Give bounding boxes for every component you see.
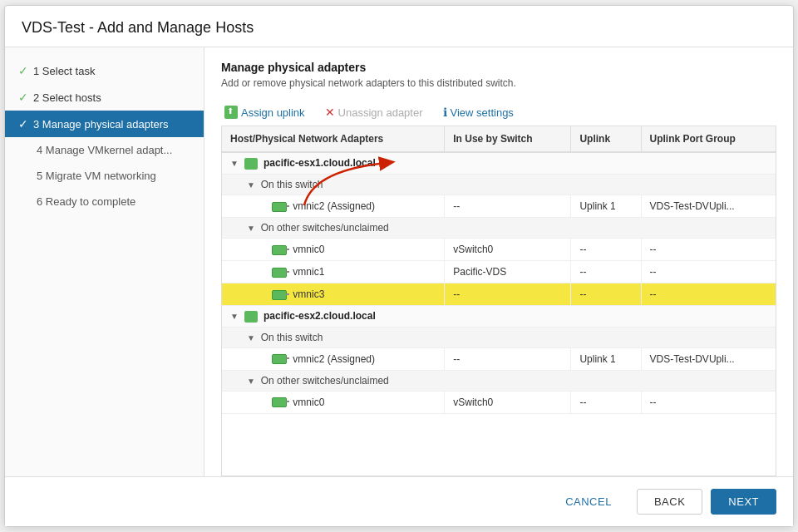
- table-row[interactable]: vmnic1Pacific-VDS----: [222, 260, 776, 283]
- col-header-adapter: Host/Physical Network Adapters: [222, 126, 445, 152]
- check-icon: ✓: [18, 117, 28, 131]
- table-row[interactable]: vmnic0vSwitch0----: [222, 238, 776, 260]
- table-cell: VDS-Test-DVUpli...: [641, 195, 776, 217]
- sub-group-header-cell: ▼ On other switches/unclaimed: [222, 370, 776, 391]
- table-cell: --: [641, 283, 776, 305]
- group-header-cell: ▼ pacific-esx2.cloud.local: [222, 305, 776, 327]
- table-row[interactable]: vmnic2 (Assigned)--Uplink 1VDS-Test-DVUp…: [222, 347, 776, 370]
- table-row[interactable]: vmnic2 (Assigned)--Uplink 1VDS-Test-DVUp…: [222, 195, 776, 217]
- table-cell: Uplink 1: [571, 347, 641, 370]
- nic-icon: [272, 268, 287, 278]
- dialog-footer: CANCEL BACK NEXT: [5, 476, 793, 526]
- table-row: ▼ On other switches/unclaimed: [222, 217, 776, 238]
- view-settings-button[interactable]: ℹ View settings: [440, 104, 517, 121]
- table-cell: --: [571, 391, 641, 413]
- table-cell: vmnic0: [222, 391, 445, 413]
- col-header-uplink: Uplink: [571, 126, 641, 152]
- host-icon: [244, 311, 258, 323]
- main-content: Manage physical adapters Add or remove p…: [204, 47, 793, 476]
- section-title: Manage physical adapters: [221, 61, 776, 74]
- sidebar-item-select-task[interactable]: ✓1 Select task: [5, 57, 204, 84]
- table-cell: Pacific-VDS: [445, 260, 571, 283]
- sidebar-item-manage-vmkernel[interactable]: 4 Manage VMkernel adapt...: [5, 137, 204, 163]
- table-cell: --: [641, 238, 776, 260]
- table-row[interactable]: vmnic3------: [222, 283, 776, 305]
- table-cell: vmnic2 (Assigned): [222, 347, 445, 370]
- table-cell: VDS-Test-DVUpli...: [641, 347, 776, 370]
- sidebar-item-label: 1 Select task: [33, 65, 190, 77]
- unassign-label: Unassign adapter: [338, 106, 423, 119]
- table-cell: --: [571, 238, 641, 260]
- table-row[interactable]: vmnic0vSwitch0----: [222, 391, 776, 413]
- table-cell: --: [571, 260, 641, 283]
- sub-group-header-cell: ▼ On this switch: [222, 327, 776, 347]
- table-cell: vmnic3: [222, 283, 445, 305]
- check-icon: ✓: [18, 91, 28, 104]
- sidebar-item-label: 4 Manage VMkernel adapt...: [37, 144, 190, 156]
- table-cell: --: [445, 283, 571, 305]
- sidebar-item-label: 6 Ready to complete: [37, 195, 190, 208]
- col-header-inuse: In Use by Switch: [445, 126, 571, 152]
- sidebar-item-manage-physical: ✓3 Manage physical adapters: [5, 111, 204, 137]
- cancel-button[interactable]: CANCEL: [549, 490, 628, 514]
- sidebar-item-label: 5 Migrate VM networking: [37, 170, 190, 182]
- assign-uplink-button[interactable]: Assign uplink: [221, 104, 308, 121]
- table-cell: vmnic1: [222, 260, 445, 283]
- nic-icon: [272, 202, 287, 212]
- table-cell: --: [445, 347, 571, 370]
- assign-uplink-label: Assign uplink: [241, 106, 305, 119]
- table-row: ▼ On other switches/unclaimed: [222, 370, 776, 391]
- sidebar-item-label: 2 Select hosts: [33, 91, 190, 104]
- table-row: ▼ On this switch: [222, 174, 776, 195]
- back-button[interactable]: BACK: [637, 489, 702, 515]
- table-cell: --: [445, 195, 571, 217]
- group-header-cell: ▼ pacific-esx1.cloud.local: [222, 152, 776, 174]
- table-cell: vmnic2 (Assigned): [222, 195, 445, 217]
- table-cell: --: [571, 283, 641, 305]
- next-button[interactable]: NEXT: [711, 489, 776, 515]
- sub-group-header-cell: ▼ On this switch: [222, 174, 776, 195]
- view-settings-label: View settings: [451, 106, 514, 119]
- sub-group-header-cell: ▼ On other switches/unclaimed: [222, 217, 776, 238]
- nic-icon: [272, 354, 287, 364]
- table-cell: Uplink 1: [571, 195, 641, 217]
- adapter-table-container[interactable]: Host/Physical Network Adapters In Use by…: [221, 126, 776, 476]
- sidebar-item-ready[interactable]: 6 Ready to complete: [5, 189, 204, 214]
- table-cell: vSwitch0: [445, 391, 571, 413]
- table-cell: vSwitch0: [445, 238, 571, 260]
- check-icon: ✓: [18, 64, 28, 77]
- adapter-table: Host/Physical Network Adapters In Use by…: [222, 126, 776, 414]
- col-header-portgroup: Uplink Port Group: [641, 126, 776, 152]
- sidebar-item-select-hosts[interactable]: ✓2 Select hosts: [5, 84, 204, 111]
- table-row: ▼ On this switch: [222, 327, 776, 347]
- main-dialog: VDS-Test - Add and Manage Hosts ✓1 Selec…: [4, 5, 794, 527]
- table-row: ▼ pacific-esx1.cloud.local: [222, 152, 776, 174]
- unassign-adapter-button: ✕ Unassign adapter: [322, 104, 426, 121]
- unassign-icon: ✕: [325, 106, 335, 119]
- table-cell: --: [641, 260, 776, 283]
- table-cell: --: [641, 391, 776, 413]
- sidebar-item-migrate-vm[interactable]: 5 Migrate VM networking: [5, 163, 204, 189]
- nic-icon: [272, 290, 287, 300]
- toolbar: Assign uplink ✕ Unassign adapter ℹ View …: [221, 99, 776, 126]
- nic-icon: [272, 397, 287, 407]
- host-icon: [244, 158, 258, 170]
- dialog-title: VDS-Test - Add and Manage Hosts: [5, 6, 793, 47]
- section-desc: Add or remove physical network adapters …: [221, 77, 776, 89]
- table-header-row: Host/Physical Network Adapters In Use by…: [222, 126, 776, 152]
- sidebar: ✓1 Select task✓2 Select hosts✓3 Manage p…: [5, 47, 204, 476]
- dialog-body: ✓1 Select task✓2 Select hosts✓3 Manage p…: [5, 47, 793, 476]
- nic-icon: [272, 245, 287, 255]
- info-icon: ℹ: [443, 106, 447, 119]
- sidebar-item-label: 3 Manage physical adapters: [33, 118, 190, 131]
- assign-uplink-icon: [224, 106, 238, 119]
- table-cell: vmnic0: [222, 238, 445, 260]
- table-body: ▼ pacific-esx1.cloud.local▼ On this swit…: [222, 152, 776, 413]
- table-row: ▼ pacific-esx2.cloud.local: [222, 305, 776, 327]
